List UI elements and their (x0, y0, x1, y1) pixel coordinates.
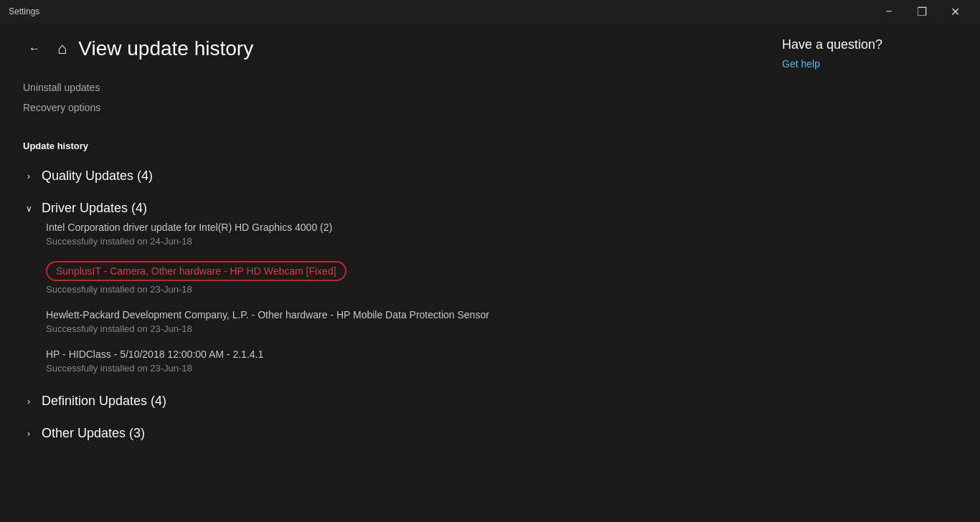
app-name: Settings (9, 6, 39, 16)
recovery-options-link[interactable]: Recovery options (23, 98, 730, 118)
uninstall-updates-link[interactable]: Uninstall updates (23, 77, 730, 98)
title-bar-controls: − ❐ ✕ (872, 0, 971, 23)
page-header: ← ⌂ View update history (23, 23, 730, 77)
title-bar: Settings − ❐ ✕ (0, 0, 980, 23)
driver-update-name-2: SunplusIT - Camera, Other hardware - HP … (46, 261, 347, 281)
quality-updates-header[interactable]: › Quality Updates (4) (23, 163, 730, 189)
back-button[interactable]: ← (23, 37, 46, 60)
definition-updates-group: › Definition Updates (4) (23, 388, 730, 414)
quality-chevron: › (23, 171, 34, 181)
driver-update-item-4: HP - HIDClass - 5/10/2018 12:00:00 AM - … (46, 348, 730, 374)
driver-updates-content: Intel Corporation driver update for Inte… (23, 222, 730, 374)
help-panel: Have a question? Get help (765, 23, 980, 522)
quality-updates-label: Quality Updates (4) (42, 169, 153, 184)
other-updates-group: › Other Updates (3) (23, 420, 730, 447)
maximize-button[interactable]: ❐ (905, 0, 938, 23)
driver-update-name-3: Hewlett-Packard Development Company, L.P… (46, 309, 730, 321)
driver-update-status-4: Successfully installed on 23-Jun-18 (46, 363, 730, 374)
definition-updates-label: Definition Updates (4) (42, 394, 166, 409)
other-chevron: › (23, 429, 34, 439)
driver-update-status-2: Successfully installed on 23-Jun-18 (46, 284, 730, 295)
definition-updates-header[interactable]: › Definition Updates (4) (23, 388, 730, 414)
driver-update-item-3: Hewlett-Packard Development Company, L.P… (46, 309, 730, 334)
driver-update-item-1: Intel Corporation driver update for Inte… (46, 222, 730, 247)
driver-update-name-4: HP - HIDClass - 5/10/2018 12:00:00 AM - … (46, 348, 730, 360)
driver-update-item-2: SunplusIT - Camera, Other hardware - HP … (46, 261, 730, 295)
driver-updates-label: Driver Updates (4) (42, 201, 147, 216)
other-updates-header[interactable]: › Other Updates (3) (23, 420, 730, 447)
driver-chevron: ∨ (23, 204, 34, 214)
definition-chevron: › (23, 397, 34, 407)
home-icon: ⌂ (57, 39, 67, 58)
help-question: Have a question? (782, 37, 963, 52)
page-title: View update history (78, 37, 253, 60)
title-bar-left: Settings (9, 6, 39, 16)
quality-updates-group: › Quality Updates (4) (23, 163, 730, 189)
driver-update-name-1: Intel Corporation driver update for Inte… (46, 222, 730, 233)
get-help-link[interactable]: Get help (782, 58, 820, 70)
close-button[interactable]: ✕ (938, 0, 971, 23)
minimize-button[interactable]: − (872, 0, 905, 23)
main-area: ← ⌂ View update history Uninstall update… (0, 23, 980, 522)
other-updates-label: Other Updates (3) (42, 426, 145, 441)
driver-update-status-1: Successfully installed on 24-Jun-18 (46, 236, 730, 247)
driver-update-status-3: Successfully installed on 23-Jun-18 (46, 323, 730, 334)
content-area: ← ⌂ View update history Uninstall update… (0, 23, 765, 522)
sidebar-links: Uninstall updates Recovery options (23, 77, 730, 135)
update-history-section-title: Update history (23, 141, 730, 151)
driver-updates-header[interactable]: ∨ Driver Updates (4) (23, 195, 730, 222)
driver-updates-group: ∨ Driver Updates (4) Intel Corporation d… (23, 195, 730, 374)
